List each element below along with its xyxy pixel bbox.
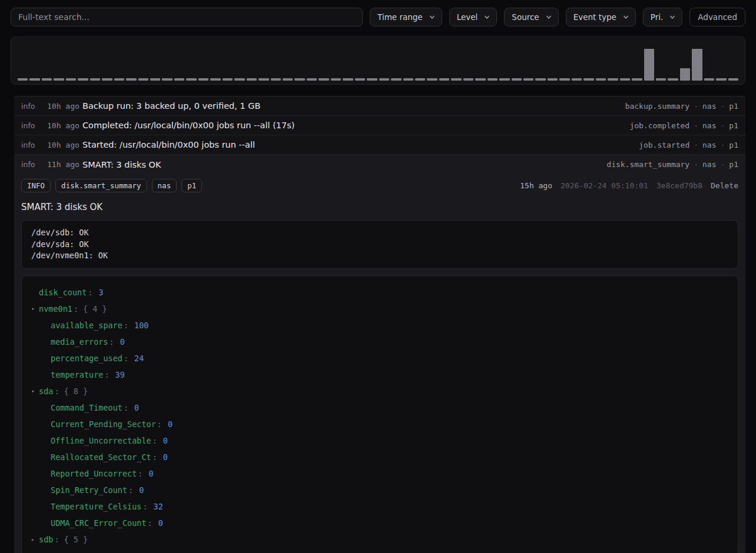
event-source: nas [702,141,716,149]
tree-key: Reported_Uncorrect [51,469,137,478]
tree-row[interactable]: ▾sda:{ 8 } [31,383,728,399]
event-type: disk.smart_summary [606,160,689,169]
tree-row: available_spare:100 [31,317,728,334]
chevron-down-icon [483,14,490,21]
histogram-bar [608,78,618,81]
tree-value: 3 [98,288,103,297]
tree-object-summary: { 4 } [83,304,107,314]
chevron-down-icon [622,14,629,21]
event-source: nas [702,121,716,130]
tree-row: Reallocated_Sector_Ct:0 [31,449,728,465]
tree-colon: : [88,288,92,297]
detail-badge: nas [152,179,177,192]
filter-select-event-type[interactable]: Event type [566,8,636,26]
tree-row[interactable]: ▸sdb:{ 5 } [31,531,728,548]
tree-colon: : [124,403,128,412]
select-label: Event type [573,12,616,22]
tree-value: 0 [134,403,139,412]
tree-key: Spin_Retry_Count [51,485,127,495]
event-type: job.started [639,141,689,149]
event-row[interactable]: info10h agoCompleted: /usr/local/bin/0x0… [14,116,745,135]
histogram-bar [680,68,690,81]
histogram-bar [18,78,28,81]
event-level: info [21,121,47,130]
tree-value: 0 [163,436,168,445]
filter-select-time-range[interactable]: Time range [370,8,442,26]
tree-colon: : [138,469,142,478]
filter-select-priority[interactable]: Pri. [643,8,683,26]
event-row[interactable]: info10h agoBackup run: 3 backed up, 0 ve… [14,96,745,116]
raw-output-block: /dev/sdb: OK/dev/sda: OK/dev/nvme0n1: OK [21,220,738,269]
histogram-bar [102,78,112,81]
search-input[interactable] [11,8,363,26]
histogram-bar [692,49,702,81]
histogram-bar [716,78,726,81]
chevron-down-icon [429,14,436,21]
histogram-bar [475,78,485,81]
histogram-bar [704,78,714,81]
tree-colon: : [152,436,157,445]
histogram-bar [307,78,317,81]
detail-event-id: 3e8ced79b8 [656,181,702,190]
detail-relative-time: 15h ago [520,181,552,190]
histogram-bar [223,78,233,81]
tree-value: 0 [139,485,144,495]
histogram-bar [583,78,593,81]
tree-key: sdb [39,535,53,544]
event-row[interactable]: info11h agoSMART: 3 disks OKdisk.smart_s… [14,155,745,174]
separator-dot: · [689,102,702,111]
delete-button[interactable]: Delete [711,181,738,190]
event-row[interactable]: info10h agoStarted: /usr/local/bin/0x00 … [14,135,745,155]
tree-object-summary: { 5 } [64,535,88,544]
histogram-bar [728,78,738,81]
event-meta: job.started·nas·p1 [639,141,738,149]
histogram-bar [343,78,353,81]
tree-key: Offline_Uncorrectable [51,436,151,445]
event-message: SMART: 3 disks OK [82,160,606,169]
advanced-button[interactable]: Advanced [689,8,745,26]
expand-icon[interactable]: ▸ [31,537,39,542]
tree-colon: : [124,354,128,363]
tree-value: 0 [168,419,173,429]
tree-key: Current_Pending_Sector [51,419,156,429]
histogram-bar [54,78,64,81]
event-list: info10h agoBackup run: 3 backed up, 0 ve… [14,96,745,174]
tree-row: temperature:39 [31,367,728,383]
detail-message: SMART: 3 disks OK [21,202,738,212]
tree-key: nvme0n1 [39,304,72,314]
detail-header: INFOdisk.smart_summarynasp1 15h ago 2026… [21,179,738,192]
raw-output-line: /dev/sda: OK [31,239,728,251]
json-tree-panel: disk_count:3▾nvme0n1:{ 4 }available_spar… [21,275,738,553]
collapse-icon[interactable]: ▾ [31,388,39,394]
event-message: Completed: /usr/local/bin/0x00 jobs run … [82,121,629,130]
tree-value: 100 [134,321,148,330]
tree-row[interactable]: ▾nvme0n1:{ 4 } [31,301,728,317]
tree-key: Reallocated_Sector_Ct [51,452,151,462]
tree-colon: : [152,452,157,462]
detail-badge: p1 [181,179,202,192]
tree-colon: : [110,337,114,347]
event-level: info [21,160,47,169]
separator-dot: · [717,141,730,149]
tree-key: Command_Timeout [51,403,122,412]
tree-value: 0 [120,337,125,347]
detail-timestamp: 2026-02-24 05:10:01 [561,181,648,190]
select-label: Time range [377,12,423,22]
event-priority: p1 [729,141,738,149]
tree-colon: : [148,518,152,528]
tree-key: temperature [51,370,103,379]
tree-value: 32 [154,502,163,511]
filter-select-source[interactable]: Source [504,8,558,26]
histogram-bar [367,78,377,81]
event-message: Started: /usr/local/bin/0x00 jobs run --… [82,140,639,149]
select-label: Pri. [651,12,664,22]
filter-select-level[interactable]: Level [449,8,498,26]
separator-dot: · [689,121,702,130]
histogram-bar [403,78,413,81]
event-source: nas [702,102,716,111]
histogram-bar [355,78,365,81]
collapse-icon[interactable]: ▾ [31,306,39,312]
histogram-bar [463,78,473,81]
histogram-bar [427,78,437,81]
tree-row: Reported_Uncorrect:0 [31,465,728,482]
